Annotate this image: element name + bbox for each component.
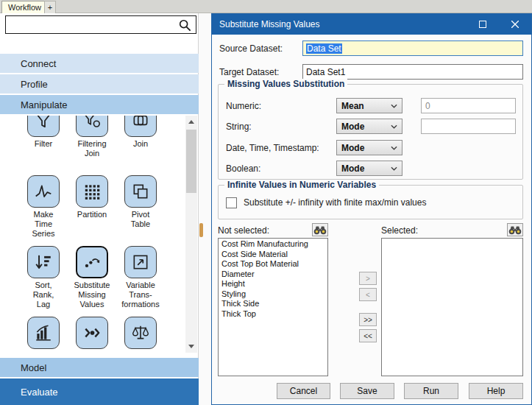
chevron-down-icon: [391, 124, 397, 129]
section-label: Evaluate: [21, 387, 58, 398]
make-time-series-icon: [27, 175, 60, 208]
tool-label: Substitute Missing Values: [74, 281, 110, 309]
tool-label: Join: [133, 139, 148, 149]
source-dataset-field[interactable]: Data Set: [302, 40, 523, 56]
run-button[interactable]: Run: [404, 383, 458, 399]
substitute-missing-values-dialog: Substitute Missing Values Source Dataset…: [211, 13, 532, 405]
list-item[interactable]: Thick Top: [219, 309, 327, 320]
tool-join[interactable]: Join: [116, 116, 165, 175]
tool-label: Filtering Join: [77, 139, 106, 158]
tool-pivot-table[interactable]: Pivot Table: [116, 175, 165, 246]
combo-value: Mode: [341, 143, 364, 153]
string-label: String:: [226, 119, 252, 134]
tool-partition[interactable]: Partition: [68, 175, 116, 246]
list-item[interactable]: Diameter: [219, 270, 327, 280]
section-label: Connect: [21, 58, 56, 69]
tool-substitute-missing-values[interactable]: Substitute Missing Values: [68, 246, 116, 317]
combo-value: Mean: [341, 101, 364, 111]
missing-values-group: Missing Values Substitution Numeric: Mea…: [218, 84, 523, 180]
numeric-label: Numeric:: [226, 98, 261, 113]
infinity-checkbox-label: Substitute +/- infinity with finite max/…: [244, 197, 426, 208]
search-box: [5, 15, 196, 34]
list-item[interactable]: Height: [219, 279, 327, 289]
tool-filtering-join[interactable]: Filtering Join: [68, 116, 116, 175]
sort-rank-lag-icon: [27, 246, 60, 278]
list-item[interactable]: Cost Side Material: [219, 250, 327, 260]
sidebar-section-evaluate[interactable]: Evaluate: [0, 378, 199, 405]
variable-transformations-icon: [124, 246, 157, 278]
list-item[interactable]: Cost Rim Manufacturing: [219, 239, 327, 250]
sidebar-section-manipulate[interactable]: Manipulate: [0, 95, 199, 114]
search-selected-button[interactable]: [507, 223, 523, 236]
not-selected-listbox[interactable]: Cost Rim Manufacturing Cost Side Materia…: [218, 238, 328, 376]
cancel-label: Cancel: [290, 386, 317, 396]
partition-icon: [76, 175, 108, 208]
bar-chart-icon: [27, 317, 60, 349]
search-input[interactable]: [6, 16, 174, 33]
tools-scrollbar[interactable]: [185, 116, 197, 353]
tool-scales[interactable]: [116, 317, 165, 353]
tool-palette-panel: Connect Profile Manipulate Filter: [0, 13, 199, 405]
list-item[interactable]: Thick Side: [219, 299, 327, 309]
sidebar-section-connect[interactable]: Connect: [0, 54, 199, 73]
selected-listbox[interactable]: [381, 238, 523, 376]
save-label: Save: [357, 386, 377, 396]
infinity-checkbox[interactable]: [226, 197, 237, 208]
scroll-down-button[interactable]: [185, 340, 197, 353]
tool-filter[interactable]: Filter: [19, 116, 68, 175]
search-icon[interactable]: [174, 18, 196, 32]
combo-value: Mode: [341, 122, 364, 132]
section-label: Profile: [21, 79, 48, 90]
sidebar-section-profile[interactable]: Profile: [0, 74, 199, 94]
binoculars-icon: [313, 225, 327, 235]
boolean-label: Boolean:: [226, 161, 260, 176]
infinite-values-group: Infinite Values in Numeric Variables Sub…: [218, 185, 523, 219]
splitter-handle[interactable]: [199, 223, 203, 237]
tool-sort-rank-lag[interactable]: Sort, Rank, Lag: [19, 246, 68, 317]
sidebar-section-model[interactable]: Model: [0, 358, 199, 377]
target-dataset-field[interactable]: Data Set1: [302, 64, 523, 80]
selected-label: Selected:: [381, 225, 418, 236]
list-item[interactable]: Styling: [219, 289, 327, 300]
close-button[interactable]: [499, 14, 531, 35]
join-icon: [124, 116, 157, 137]
pivot-table-icon: [124, 175, 157, 208]
string-value-field: [421, 119, 516, 134]
boolean-combo[interactable]: Mode: [336, 161, 402, 176]
tool-label: Sort, Rank, Lag: [33, 281, 54, 309]
move-all-left-button[interactable]: <<: [359, 329, 377, 342]
tool-chart[interactable]: [19, 317, 68, 353]
document-tab-bar: Workflow +: [0, 0, 532, 13]
tool-make-time-series[interactable]: Make Time Series: [19, 175, 68, 246]
target-dataset-label: Target Dataset:: [219, 67, 279, 77]
scroll-up-button[interactable]: [185, 116, 197, 128]
maximize-button[interactable]: [467, 14, 499, 35]
scrollbar-thumb[interactable]: [186, 130, 196, 193]
tool-label: Partition: [77, 210, 107, 219]
target-dataset-value: Data Set1: [306, 67, 345, 77]
cancel-button[interactable]: Cancel: [277, 383, 330, 399]
help-button[interactable]: Help: [469, 383, 523, 399]
move-right-label: >: [366, 275, 370, 283]
numeric-combo[interactable]: Mean: [336, 98, 402, 113]
tool-label: Filter: [35, 139, 52, 149]
dialog-titlebar[interactable]: Substitute Missing Values: [212, 14, 531, 35]
save-button[interactable]: Save: [340, 383, 394, 399]
tool-flow[interactable]: [68, 317, 116, 353]
search-not-selected-button[interactable]: [312, 223, 328, 236]
tab-workflow[interactable]: Workflow: [1, 1, 48, 13]
chevron-down-icon: [391, 146, 397, 150]
list-item[interactable]: Cost Top Bot Material: [219, 259, 327, 270]
datetime-combo[interactable]: Mode: [336, 140, 402, 155]
new-tab-button[interactable]: +: [44, 1, 56, 13]
source-dataset-value: Data Set: [306, 43, 342, 54]
scales-icon: [124, 317, 157, 349]
string-combo[interactable]: Mode: [336, 119, 402, 134]
tool-variable-transformations[interactable]: Variable Trans- formations: [116, 246, 165, 317]
plus-icon: +: [48, 3, 52, 12]
move-all-right-button[interactable]: >>: [359, 313, 377, 326]
move-all-left-label: <<: [363, 332, 372, 340]
tool-label: Variable Trans- formations: [121, 281, 159, 309]
run-label: Run: [423, 386, 439, 396]
move-all-right-label: >>: [363, 316, 372, 324]
